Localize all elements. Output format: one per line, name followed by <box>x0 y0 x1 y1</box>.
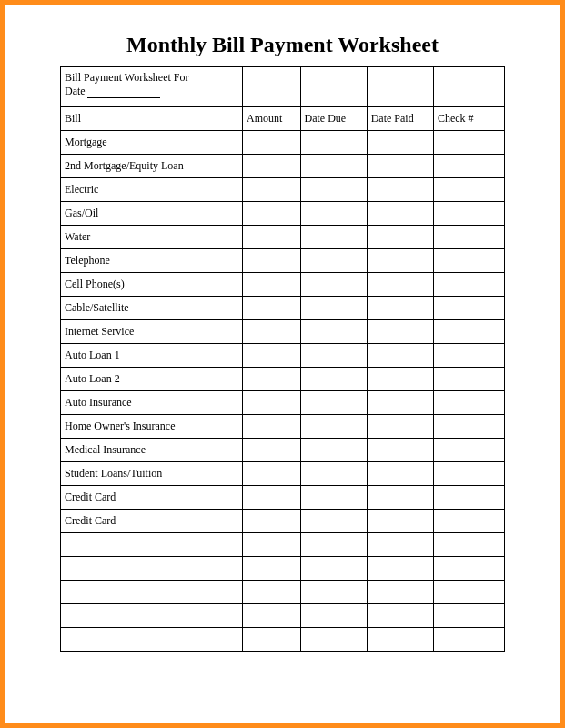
cell-date-paid[interactable] <box>367 178 433 202</box>
col-header-amount: Amount <box>243 107 300 131</box>
cell-date-due[interactable] <box>300 486 367 510</box>
cell-amount[interactable] <box>243 178 300 202</box>
date-blank-line[interactable] <box>87 97 160 98</box>
cell-amount[interactable] <box>243 510 300 533</box>
cell-date-due[interactable] <box>300 320 367 344</box>
cell-check-num[interactable] <box>433 202 504 226</box>
header-blank-due[interactable] <box>300 67 367 107</box>
cell-amount[interactable] <box>243 249 300 273</box>
cell-amount[interactable] <box>243 202 300 226</box>
cell-amount[interactable] <box>243 297 300 320</box>
cell-check-num[interactable] <box>433 510 504 533</box>
table-row: Water <box>61 226 505 249</box>
cell-check-num[interactable] <box>433 604 504 628</box>
cell-date-due[interactable] <box>300 510 367 533</box>
cell-amount[interactable] <box>243 368 300 391</box>
cell-date-due[interactable] <box>300 581 367 604</box>
cell-check-num[interactable] <box>433 297 504 320</box>
cell-amount[interactable] <box>243 226 300 249</box>
cell-check-num[interactable] <box>433 155 504 178</box>
header-blank-check[interactable] <box>433 67 504 107</box>
col-header-bill: Bill <box>61 107 243 131</box>
bill-label: Cell Phone(s) <box>61 273 243 297</box>
cell-amount[interactable] <box>243 557 300 581</box>
cell-date-paid[interactable] <box>367 249 433 273</box>
cell-date-due[interactable] <box>300 628 367 652</box>
cell-date-due[interactable] <box>300 131 367 155</box>
cell-date-due[interactable] <box>300 249 367 273</box>
cell-check-num[interactable] <box>433 344 504 368</box>
cell-check-num[interactable] <box>433 415 504 439</box>
cell-date-paid[interactable] <box>367 604 433 628</box>
cell-check-num[interactable] <box>433 557 504 581</box>
cell-date-due[interactable] <box>300 368 367 391</box>
cell-amount[interactable] <box>243 533 300 557</box>
cell-date-paid[interactable] <box>367 226 433 249</box>
cell-amount[interactable] <box>243 415 300 439</box>
cell-date-paid[interactable] <box>367 368 433 391</box>
cell-amount[interactable] <box>243 320 300 344</box>
bill-label <box>61 533 243 557</box>
cell-check-num[interactable] <box>433 178 504 202</box>
cell-date-paid[interactable] <box>367 581 433 604</box>
cell-amount[interactable] <box>243 391 300 415</box>
cell-date-paid[interactable] <box>367 320 433 344</box>
cell-date-due[interactable] <box>300 439 367 462</box>
cell-check-num[interactable] <box>433 391 504 415</box>
cell-check-num[interactable] <box>433 131 504 155</box>
cell-date-due[interactable] <box>300 273 367 297</box>
bill-label: Cable/Satellite <box>61 297 243 320</box>
cell-amount[interactable] <box>243 604 300 628</box>
cell-date-paid[interactable] <box>367 273 433 297</box>
cell-date-due[interactable] <box>300 297 367 320</box>
cell-date-due[interactable] <box>300 391 367 415</box>
cell-check-num[interactable] <box>433 581 504 604</box>
cell-date-paid[interactable] <box>367 391 433 415</box>
cell-date-due[interactable] <box>300 344 367 368</box>
cell-date-paid[interactable] <box>367 557 433 581</box>
cell-check-num[interactable] <box>433 439 504 462</box>
cell-check-num[interactable] <box>433 320 504 344</box>
cell-date-due[interactable] <box>300 533 367 557</box>
cell-check-num[interactable] <box>433 368 504 391</box>
cell-amount[interactable] <box>243 581 300 604</box>
cell-amount[interactable] <box>243 155 300 178</box>
header-blank-amount[interactable] <box>243 67 300 107</box>
cell-date-paid[interactable] <box>367 486 433 510</box>
cell-date-due[interactable] <box>300 604 367 628</box>
cell-date-paid[interactable] <box>367 415 433 439</box>
cell-date-due[interactable] <box>300 462 367 486</box>
cell-check-num[interactable] <box>433 273 504 297</box>
cell-check-num[interactable] <box>433 533 504 557</box>
cell-date-paid[interactable] <box>367 533 433 557</box>
cell-date-paid[interactable] <box>367 131 433 155</box>
cell-date-paid[interactable] <box>367 202 433 226</box>
cell-check-num[interactable] <box>433 462 504 486</box>
header-blank-paid[interactable] <box>367 67 433 107</box>
cell-date-due[interactable] <box>300 202 367 226</box>
cell-date-paid[interactable] <box>367 439 433 462</box>
cell-amount[interactable] <box>243 273 300 297</box>
cell-amount[interactable] <box>243 486 300 510</box>
cell-amount[interactable] <box>243 628 300 652</box>
cell-date-paid[interactable] <box>367 155 433 178</box>
cell-date-due[interactable] <box>300 415 367 439</box>
cell-date-due[interactable] <box>300 557 367 581</box>
cell-date-due[interactable] <box>300 178 367 202</box>
cell-date-paid[interactable] <box>367 297 433 320</box>
cell-amount[interactable] <box>243 462 300 486</box>
cell-amount[interactable] <box>243 131 300 155</box>
cell-check-num[interactable] <box>433 249 504 273</box>
cell-amount[interactable] <box>243 344 300 368</box>
cell-amount[interactable] <box>243 439 300 462</box>
table-row: Telephone <box>61 249 505 273</box>
cell-check-num[interactable] <box>433 486 504 510</box>
cell-check-num[interactable] <box>433 226 504 249</box>
cell-check-num[interactable] <box>433 628 504 652</box>
cell-date-paid[interactable] <box>367 344 433 368</box>
cell-date-due[interactable] <box>300 155 367 178</box>
cell-date-due[interactable] <box>300 226 367 249</box>
cell-date-paid[interactable] <box>367 510 433 533</box>
cell-date-paid[interactable] <box>367 462 433 486</box>
cell-date-paid[interactable] <box>367 628 433 652</box>
